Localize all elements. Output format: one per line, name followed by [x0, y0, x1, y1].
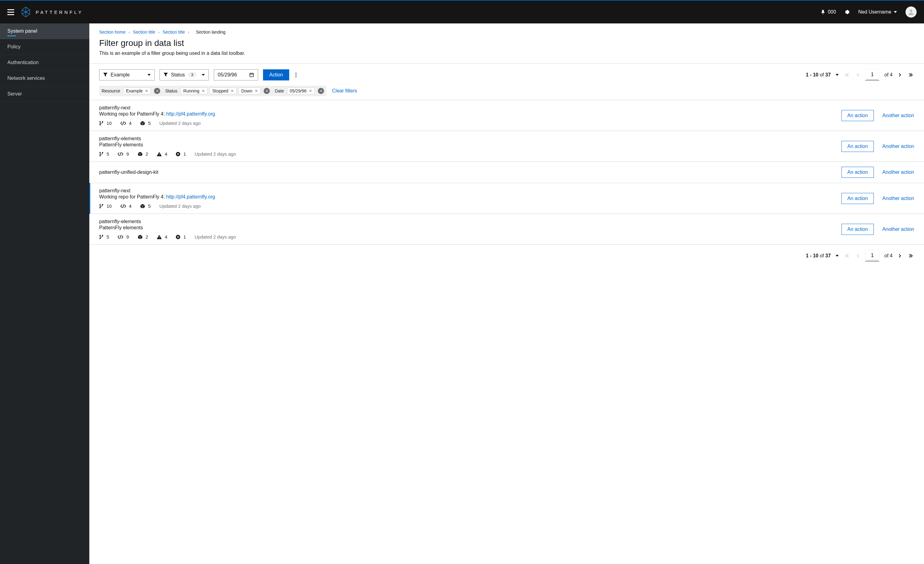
svg-point-12 [99, 204, 101, 205]
item-secondary-action[interactable]: Another action [882, 227, 914, 232]
chip-group-close[interactable]: ✕ [154, 88, 160, 94]
list-item[interactable]: patternfly-elementsPatternFly elements59… [89, 214, 924, 245]
sidebar-item[interactable]: Server [0, 86, 89, 102]
brand-logo[interactable]: PATTERNFLY [20, 6, 83, 18]
svg-point-5 [99, 121, 101, 122]
pagination-last[interactable] [908, 73, 914, 77]
data-list: patternfly-nextWorking repo for PatternF… [89, 100, 924, 245]
svg-point-17 [99, 238, 101, 239]
filter-resource-select[interactable]: Example [99, 69, 154, 80]
item-action-button[interactable]: An action [842, 110, 874, 121]
pagination-first[interactable] [844, 73, 850, 77]
stat-warning: 4 [157, 151, 167, 156]
code-icon [120, 121, 126, 125]
toolbar-pagination: 1 - 10 of 37 of 4 [806, 69, 914, 81]
notifications-button[interactable]: 000 [820, 9, 836, 15]
pagination-prev[interactable] [855, 254, 860, 258]
sidebar-item[interactable]: System panel [0, 23, 89, 39]
brand-text: PATTERNFLY [36, 9, 83, 15]
breadcrumb-current: Section landing [196, 30, 225, 35]
list-item[interactable]: patternfly-nextWorking repo for PatternF… [89, 183, 924, 214]
pagination-next[interactable] [897, 254, 903, 258]
item-title: patternfly-elements [99, 136, 842, 141]
item-action-button[interactable]: An action [842, 193, 874, 204]
chip-group-close[interactable]: ✕ [264, 88, 270, 94]
kebab-menu[interactable] [294, 72, 298, 77]
pagination-first[interactable] [844, 254, 850, 258]
caret-down-icon[interactable] [836, 255, 838, 257]
nav-toggle-button[interactable] [8, 9, 14, 15]
page-header: Filter group in data list This is an exa… [89, 35, 924, 63]
user-menu[interactable]: Ned Username [858, 9, 897, 15]
angle-right-icon [899, 73, 901, 77]
item-actions: An actionAnother action [842, 110, 914, 121]
svg-point-15 [99, 235, 101, 236]
warning-icon [157, 235, 162, 239]
list-item[interactable]: patternfly-nextWorking repo for PatternF… [89, 100, 924, 131]
sidebar-item[interactable]: Authentication [0, 55, 89, 71]
chip: 05/29/96✕ [287, 87, 315, 94]
item-link[interactable]: http://pf4.patternfly.org [166, 111, 215, 116]
code-icon [118, 235, 123, 239]
svg-point-16 [102, 235, 103, 236]
date-input[interactable]: 05/29/96 [214, 69, 258, 80]
item-title: patternfly-next [99, 188, 842, 194]
sidebar-item[interactable]: Policy [0, 39, 89, 55]
item-action-button[interactable]: An action [842, 224, 874, 235]
sidebar-item[interactable]: Network services [0, 71, 89, 86]
clear-filters-link[interactable]: Clear filters [332, 88, 357, 94]
chip-close[interactable]: ✕ [231, 89, 234, 93]
caret-down-icon [894, 11, 897, 13]
breadcrumb: Section home›Section title›Section title… [89, 23, 924, 35]
breadcrumb-link[interactable]: Section title [163, 30, 185, 35]
page-number-input[interactable] [866, 70, 878, 80]
chip-group: StatusRunning✕Stopped✕Down✕✕ [163, 86, 272, 96]
page-layout: System panelPolicyAuthenticationNetwork … [0, 23, 924, 564]
chip: Stopped✕ [210, 87, 237, 94]
sidebar: System panelPolicyAuthenticationNetwork … [0, 23, 89, 564]
chip-close[interactable]: ✕ [202, 89, 205, 93]
item-title: patternfly-next [99, 105, 842, 111]
item-link[interactable]: http://pf4.patternfly.org [166, 194, 215, 199]
item-action-button[interactable]: An action [842, 141, 874, 152]
item-stats: 1045Updated 2 days ago [99, 120, 842, 126]
breadcrumb-link[interactable]: Section title [133, 30, 155, 35]
list-item[interactable]: patternfly-unified-design-kitAn actionAn… [89, 162, 924, 183]
stat-fork: 10 [99, 120, 112, 126]
angle-double-left-icon [845, 73, 849, 77]
settings-button[interactable] [844, 9, 849, 15]
stat-code: 9 [118, 234, 129, 239]
svg-rect-1 [250, 73, 254, 77]
pagination-last[interactable] [908, 254, 914, 258]
item-secondary-action[interactable]: Another action [882, 144, 914, 149]
item-secondary-action[interactable]: Another action [882, 113, 914, 118]
toolbar: Example Status 3 05/29/96 Action [89, 63, 924, 96]
chip-group-close[interactable]: ✕ [318, 88, 324, 94]
chip-close[interactable]: ✕ [255, 89, 258, 93]
filter-status-select[interactable]: Status 3 [159, 69, 209, 80]
user-icon [908, 8, 915, 16]
action-button[interactable]: Action [263, 69, 289, 80]
chip-close[interactable]: ✕ [145, 89, 148, 93]
item-secondary-action[interactable]: Another action [882, 196, 914, 201]
caret-down-icon [202, 74, 205, 76]
code-branch-icon [99, 121, 104, 126]
svg-point-10 [99, 155, 101, 156]
pagination-next[interactable] [897, 73, 903, 77]
bell-icon [820, 9, 825, 15]
pagination-range: 1 - 10 of 37 [806, 253, 831, 259]
chip-close[interactable]: ✕ [309, 89, 312, 93]
item-updated: Updated 2 days ago [195, 234, 236, 239]
item-action-button[interactable]: An action [842, 167, 874, 178]
breadcrumb-link[interactable]: Section home [99, 30, 126, 35]
item-actions: An actionAnother action [842, 224, 914, 235]
list-item[interactable]: patternfly-elementsPatternFly elements59… [89, 131, 924, 162]
cube-icon [138, 152, 142, 156]
avatar[interactable] [906, 6, 916, 18]
item-secondary-action[interactable]: Another action [882, 170, 914, 175]
caret-down-icon[interactable] [836, 74, 838, 76]
caret-down-icon [147, 74, 151, 76]
error-icon [176, 235, 180, 239]
pagination-prev[interactable] [855, 73, 860, 77]
notification-count: 000 [828, 9, 836, 15]
